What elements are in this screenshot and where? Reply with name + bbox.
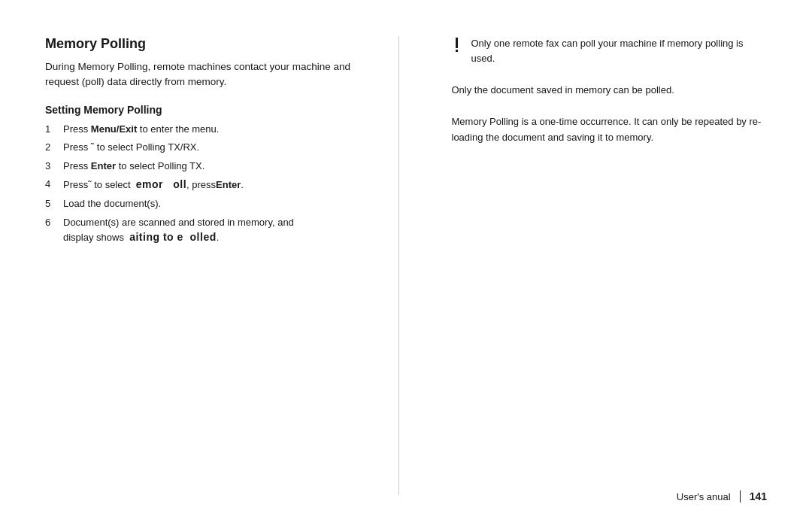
step-6-content: Document(s) are scanned and stored in me… bbox=[63, 215, 361, 246]
step-4-num: 4 bbox=[45, 177, 63, 192]
menu-exit-key: Menu/Exit bbox=[91, 123, 137, 135]
step-5-num: 5 bbox=[45, 196, 63, 211]
step-2-num: 2 bbox=[45, 140, 63, 155]
note-text: Only one remote fax can poll your machin… bbox=[471, 36, 768, 66]
exclamation-dot bbox=[456, 50, 458, 52]
content-area: Memory Polling During Memory Polling, re… bbox=[45, 36, 767, 495]
column-divider bbox=[398, 36, 399, 495]
right-column: Only one remote fax can poll your machin… bbox=[437, 36, 768, 495]
footer-divider bbox=[740, 490, 741, 502]
step-1-content: Press Menu/Exit to enter the menu. bbox=[63, 122, 361, 137]
tilde-key-2: ˜ bbox=[91, 141, 94, 153]
para-1: Only the document saved in memory can be… bbox=[452, 83, 768, 98]
step-6: 6 Document(s) are scanned and stored in … bbox=[45, 215, 361, 246]
exclamation-bar bbox=[456, 38, 458, 48]
enter-key-4: Enter bbox=[216, 179, 241, 190]
intro-text: During Memory Polling, remote machines c… bbox=[45, 59, 361, 90]
step-3-num: 3 bbox=[45, 159, 63, 174]
step-5: 5 Load the document(s). bbox=[45, 196, 361, 211]
note-block: Only one remote fax can poll your machin… bbox=[452, 36, 768, 66]
footer-label: User's anual bbox=[677, 491, 731, 502]
step-1: 1 Press Menu/Exit to enter the menu. bbox=[45, 122, 361, 137]
step-3: 3 Press Enter to select Polling TX. bbox=[45, 159, 361, 174]
section-heading: Setting Memory Polling bbox=[45, 104, 361, 116]
page-container: Memory Polling During Memory Polling, re… bbox=[0, 0, 812, 525]
step-3-content: Press Enter to select Polling TX. bbox=[63, 159, 361, 174]
left-column: Memory Polling During Memory Polling, re… bbox=[45, 36, 361, 495]
exclamation-icon bbox=[452, 36, 462, 52]
step-5-content: Load the document(s). bbox=[63, 196, 361, 211]
step-1-num: 1 bbox=[45, 122, 63, 137]
enter-key-3: Enter bbox=[91, 160, 116, 171]
memory-display: emor oll bbox=[136, 178, 186, 190]
para-2: Memory Polling is a one-time occurrence.… bbox=[452, 114, 768, 144]
step-2-content: Press ˜ to select Polling TX/RX. bbox=[63, 140, 361, 155]
step-4-content: Press˜ to select emor oll, pressEnter. bbox=[63, 177, 361, 193]
footer-page-number: 141 bbox=[750, 490, 767, 502]
waiting-display: aiting to e olled bbox=[129, 231, 217, 243]
step-4: 4 Press˜ to select emor oll, pressEnter. bbox=[45, 177, 361, 193]
page-title: Memory Polling bbox=[45, 36, 361, 52]
tilde-key-4: ˜ bbox=[88, 179, 91, 190]
step-6-num: 6 bbox=[45, 215, 63, 230]
footer: User's anual 141 bbox=[677, 490, 767, 502]
step-2: 2 Press ˜ to select Polling TX/RX. bbox=[45, 140, 361, 155]
steps-list: 1 Press Menu/Exit to enter the menu. 2 P… bbox=[45, 122, 361, 246]
